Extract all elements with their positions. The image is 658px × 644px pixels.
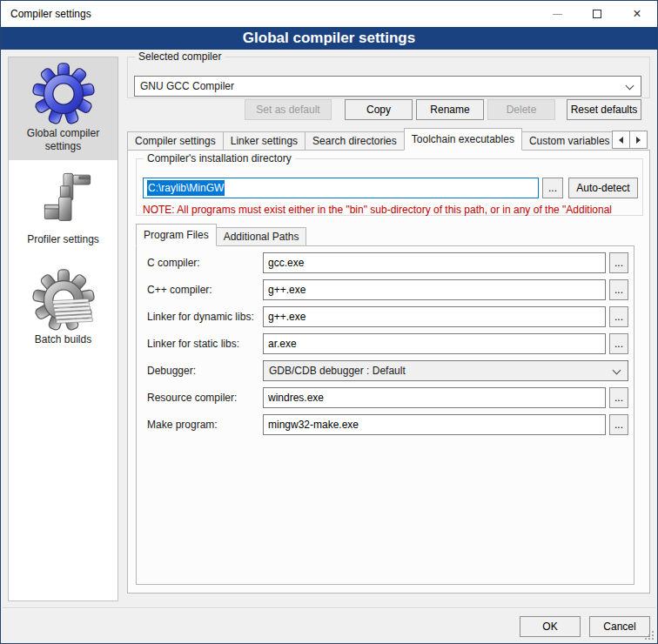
- browse-static-linker-button[interactable]: ...: [609, 333, 628, 354]
- dynamic-linker-input[interactable]: [263, 306, 606, 327]
- close-button[interactable]: ×: [617, 1, 657, 27]
- field-row-dynamic-linker: Linker for dynamic libs: ...: [137, 306, 634, 327]
- caliper-icon: [32, 169, 95, 231]
- field-label: Linker for dynamic libs:: [147, 306, 254, 327]
- footer-divider: [3, 607, 655, 609]
- tab-search-directories[interactable]: Search directories: [305, 131, 405, 151]
- field-label: Resource compiler:: [147, 387, 237, 408]
- minimize-button[interactable]: [537, 1, 577, 27]
- browse-directory-button[interactable]: ...: [542, 178, 563, 198]
- sidebar-item-batch-builds[interactable]: Batch builds: [9, 269, 118, 346]
- field-row-make-program: Make program: ...: [137, 414, 634, 435]
- debugger-select[interactable]: GDB/CDB debugger : Default: [263, 360, 628, 381]
- close-icon: ×: [633, 7, 641, 21]
- browse-make-program-button[interactable]: ...: [609, 414, 628, 435]
- sidebar-item-label: Profiler settings: [9, 231, 118, 246]
- maximize-button[interactable]: [577, 1, 617, 27]
- tab-program-files[interactable]: Program Files: [136, 224, 217, 246]
- installation-directory-input[interactable]: C:\raylib\MinGW: [143, 178, 539, 198]
- tab-scroll-left-button[interactable]: [612, 131, 630, 149]
- gray-gear-stack-icon: [32, 269, 95, 332]
- minimize-icon: [553, 14, 562, 15]
- field-label: C compiler:: [147, 252, 200, 273]
- installation-directory-value: C:\raylib\MinGW: [147, 180, 225, 196]
- chevron-down-icon: [613, 366, 621, 375]
- sidebar-item-label: Global compiler settings: [20, 125, 107, 153]
- c-compiler-input[interactable]: [263, 252, 606, 273]
- resource-compiler-input[interactable]: [263, 387, 606, 408]
- sidebar-item-profiler-settings[interactable]: Profiler settings: [9, 169, 118, 246]
- browse-resource-compiler-button[interactable]: ...: [609, 387, 628, 408]
- tab-linker-settings[interactable]: Linker settings: [223, 131, 306, 151]
- sidebar-item-global-compiler-settings[interactable]: Global compiler settings: [9, 57, 118, 160]
- tab-compiler-settings[interactable]: Compiler settings: [127, 131, 224, 151]
- field-label: Debugger:: [147, 360, 196, 381]
- browse-dynamic-linker-button[interactable]: ...: [609, 306, 628, 327]
- rename-button[interactable]: Rename: [416, 99, 484, 120]
- installation-directory-legend: Compiler's installation directory: [144, 152, 295, 164]
- field-row-cpp-compiler: C++ compiler: ...: [137, 279, 634, 300]
- make-program-input[interactable]: [263, 414, 606, 435]
- tab-scroll-buttons: [613, 131, 648, 149]
- debugger-select-value: GDB/CDB debugger : Default: [269, 365, 406, 377]
- tab-scroll-right-button[interactable]: [629, 131, 648, 149]
- tab-custom-variables[interactable]: Custom variables: [521, 131, 613, 151]
- ok-button[interactable]: OK: [520, 616, 581, 637]
- field-label: Make program:: [147, 414, 218, 435]
- arrow-right-icon: [636, 137, 641, 144]
- cancel-button[interactable]: Cancel: [589, 616, 650, 637]
- auto-detect-button[interactable]: Auto-detect: [568, 178, 638, 198]
- maximize-icon: [593, 10, 601, 18]
- field-row-c-compiler: C compiler: ...: [137, 252, 634, 273]
- field-row-resource-compiler: Resource compiler: ...: [137, 387, 634, 408]
- field-label: Linker for static libs:: [147, 333, 239, 354]
- field-row-debugger: Debugger: GDB/CDB debugger : Default: [137, 360, 634, 381]
- browse-cpp-compiler-button[interactable]: ...: [609, 279, 628, 300]
- field-row-static-linker: Linker for static libs: ...: [137, 333, 634, 354]
- tab-toolchain-executables[interactable]: Toolchain executables: [404, 128, 522, 151]
- set-as-default-button[interactable]: Set as default: [245, 99, 332, 120]
- selected-compiler-legend: Selected compiler: [135, 50, 225, 63]
- resize-grip[interactable]: [644, 630, 655, 641]
- reset-defaults-button[interactable]: Reset defaults: [567, 99, 641, 120]
- settings-sidebar: Global compiler settings Profiler settin…: [8, 57, 118, 601]
- chevron-down-icon: [626, 82, 634, 91]
- compiler-select-value: GNU GCC Compiler: [140, 80, 234, 92]
- browse-c-compiler-button[interactable]: ...: [609, 252, 628, 273]
- delete-button[interactable]: Delete: [487, 99, 555, 120]
- window-title: Compiler settings: [10, 1, 91, 27]
- copy-button[interactable]: Copy: [345, 99, 413, 120]
- caption-buttons: ×: [537, 1, 657, 27]
- settings-tabbar: Compiler settings Linker settings Search…: [127, 128, 613, 151]
- sidebar-item-label: Batch builds: [9, 332, 118, 346]
- cpp-compiler-input[interactable]: [263, 279, 606, 300]
- dialog-header: Global compiler settings: [1, 27, 657, 50]
- program-files-tabbar: Program Files Additional Paths: [136, 224, 306, 246]
- compiler-select[interactable]: GNU GCC Compiler: [134, 76, 641, 97]
- compiler-settings-dialog: { "window": { "title": "Compiler setting…: [0, 0, 658, 644]
- static-linker-input[interactable]: [263, 333, 606, 354]
- arrow-left-icon: [619, 137, 623, 144]
- tab-additional-paths[interactable]: Additional Paths: [216, 227, 307, 246]
- bin-subdirectory-note: NOTE: All programs must exist either in …: [143, 204, 641, 216]
- blue-gear-icon: [32, 63, 95, 125]
- field-label: C++ compiler:: [147, 279, 212, 300]
- program-files-panel: C compiler: ... C++ compiler: ... Linker…: [136, 245, 634, 585]
- titlebar[interactable]: Compiler settings ×: [1, 1, 657, 27]
